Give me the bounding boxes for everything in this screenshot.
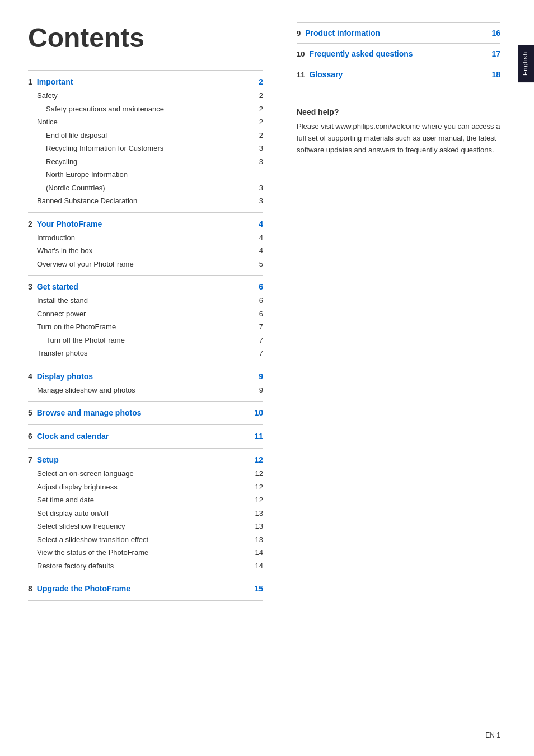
toc-divider xyxy=(28,365,263,365)
toc-main-entry-7: 7 Setup12 xyxy=(28,453,263,467)
toc-sub-label: Select a slideshow transition effect xyxy=(37,534,148,545)
toc-sub-page: 12 xyxy=(255,494,263,506)
left-column: Contents 1 Important2Safety2Safety preca… xyxy=(28,22,285,734)
toc-section-8: 8 Upgrade the PhotoFrame15 xyxy=(28,577,263,596)
toc-sub-label: Select an on-screen language xyxy=(37,468,134,479)
right-toc-entry-11: 11Glossary18 xyxy=(297,64,500,85)
toc-label-7: Setup xyxy=(37,454,59,466)
toc-label-3: Get started xyxy=(37,281,78,293)
toc-section-7: 7 Setup12Select an on-screen language12A… xyxy=(28,448,263,572)
right-toc-page-9: 16 xyxy=(491,29,500,38)
toc-sub-page: 12 xyxy=(255,468,263,479)
toc-main-entry-1: 1 Important2 xyxy=(28,75,263,89)
toc-sub-page: 7 xyxy=(259,321,263,333)
toc-number-4: 4 xyxy=(28,371,32,382)
toc-sub-page: 2 xyxy=(259,90,263,101)
right-toc-text-10: Frequently asked questions xyxy=(309,49,413,58)
toc-sub-label: Safety precautions and maintenance xyxy=(46,104,164,115)
toc-number-1: 1 xyxy=(28,76,32,88)
toc-page-8: 15 xyxy=(254,583,263,595)
language-label: English xyxy=(522,52,528,76)
toc-page-5: 10 xyxy=(254,407,263,419)
toc-main-entry-5: 5 Browse and manage photos10 xyxy=(28,406,263,420)
toc-number-6: 6 xyxy=(28,431,32,442)
toc-label-2: Your PhotoFrame xyxy=(37,218,102,230)
toc-sub-label: What's in the box xyxy=(37,245,92,256)
toc-sub-entry: Select slideshow frequency13 xyxy=(28,520,263,533)
toc-sub-label: Select slideshow frequency xyxy=(37,521,125,532)
right-toc-num-11: 11 xyxy=(297,71,305,79)
toc-page-6: 11 xyxy=(254,431,263,442)
toc-sub-entry: Select an on-screen language12 xyxy=(28,467,263,480)
toc-page-7: 12 xyxy=(254,454,263,466)
need-help-text: Please visit www.philips.com/welcome whe… xyxy=(297,121,500,156)
toc-sub-page: 4 xyxy=(259,232,263,244)
right-toc-entry-10: 10Frequently asked questions17 xyxy=(297,43,500,64)
toc-sub-entry: Overview of your PhotoFrame5 xyxy=(28,258,263,271)
toc-divider xyxy=(28,577,263,577)
toc-sub-page: 6 xyxy=(259,295,263,306)
footer: EN 1 xyxy=(485,731,500,739)
toc-sub-entry: Turn on the PhotoFrame7 xyxy=(28,320,263,334)
toc-sub-page: 14 xyxy=(255,561,263,572)
page-container: English Contents 1 Important2Safety2Safe… xyxy=(0,0,534,756)
toc-section-2: 2 Your PhotoFrame4Introduction4What's in… xyxy=(28,212,263,271)
toc-sub-entry: (Nordic Countries)3 xyxy=(28,181,263,195)
toc-sub-label: Banned Substance Declaration xyxy=(37,195,137,207)
toc-sub-label: Overview of your PhotoFrame xyxy=(37,259,134,270)
toc-sub-entry: End of life disposal2 xyxy=(28,129,263,142)
toc-sub-label: (Nordic Countries) xyxy=(46,183,105,194)
toc-sub-entry: Turn off the PhotoFrame7 xyxy=(28,334,263,347)
toc-sub-page: 13 xyxy=(255,521,263,532)
right-column: 9Product information1610Frequently asked… xyxy=(285,22,500,734)
toc-sub-label: Manage slideshow and photos xyxy=(37,385,135,396)
toc-sub-entry: Manage slideshow and photos9 xyxy=(28,384,263,397)
toc-sub-label: Set time and date xyxy=(37,494,94,506)
toc-divider xyxy=(28,212,263,213)
toc-sub-page: 13 xyxy=(255,508,263,519)
toc-sub-page: 2 xyxy=(259,104,263,115)
toc-sub-entry: Notice2 xyxy=(28,115,263,129)
toc-sub-page: 3 xyxy=(259,183,263,194)
right-toc-text-9: Product information xyxy=(305,29,380,38)
toc-label-8: Upgrade the PhotoFrame xyxy=(37,583,130,595)
toc-sub-page: 13 xyxy=(255,534,263,545)
toc-section-5: 5 Browse and manage photos10 xyxy=(28,401,263,420)
toc-page-2: 4 xyxy=(259,218,263,230)
toc-label-6: Clock and calendar xyxy=(37,431,109,442)
toc-sub-label: Restore factory defaults xyxy=(37,561,114,572)
toc-sub-label: Recycling xyxy=(46,156,77,167)
toc-sub-page: 4 xyxy=(259,245,263,256)
toc-sub-entry: Transfer photos7 xyxy=(28,347,263,360)
toc-main-entry-4: 4 Display photos9 xyxy=(28,370,263,384)
toc-sub-page: 3 xyxy=(259,143,263,154)
toc-divider xyxy=(28,401,263,402)
toc-label-4: Display photos xyxy=(37,371,93,382)
toc-sub-label: Adjust display brightness xyxy=(37,482,118,493)
toc-sub-label: Transfer photos xyxy=(37,348,88,359)
need-help-section: Need help? Please visit www.philips.com/… xyxy=(297,108,500,156)
toc-sub-entry: Recycling3 xyxy=(28,155,263,169)
toc-sub-entry: Set time and date12 xyxy=(28,493,263,507)
toc-divider xyxy=(28,424,263,425)
toc-main-entry-8: 8 Upgrade the PhotoFrame15 xyxy=(28,582,263,596)
toc-sub-page: 14 xyxy=(255,547,263,558)
toc-sub-label: Connect power xyxy=(37,309,86,320)
toc-sub-entry: Restore factory defaults14 xyxy=(28,559,263,573)
toc-sub-page: 6 xyxy=(259,309,263,320)
page-title: Contents xyxy=(28,22,263,53)
toc-number-8: 8 xyxy=(28,583,32,595)
main-content: Contents 1 Important2Safety2Safety preca… xyxy=(0,0,534,756)
toc-page-4: 9 xyxy=(259,371,263,382)
language-tab: English xyxy=(518,45,534,82)
toc-sub-entry: View the status of the PhotoFrame14 xyxy=(28,546,263,559)
toc-main-entry-2: 2 Your PhotoFrame4 xyxy=(28,217,263,231)
toc-sub-label: Install the stand xyxy=(37,295,88,306)
toc-sub-entry: Select a slideshow transition effect13 xyxy=(28,533,263,547)
toc-divider xyxy=(28,70,263,71)
toc-bottom-divider xyxy=(28,600,263,601)
toc-number-5: 5 xyxy=(28,407,32,419)
toc-sub-label: Set display auto on/off xyxy=(37,508,109,519)
toc-label-1: Important xyxy=(37,76,73,88)
right-toc-label-9: 9Product information xyxy=(297,29,380,38)
